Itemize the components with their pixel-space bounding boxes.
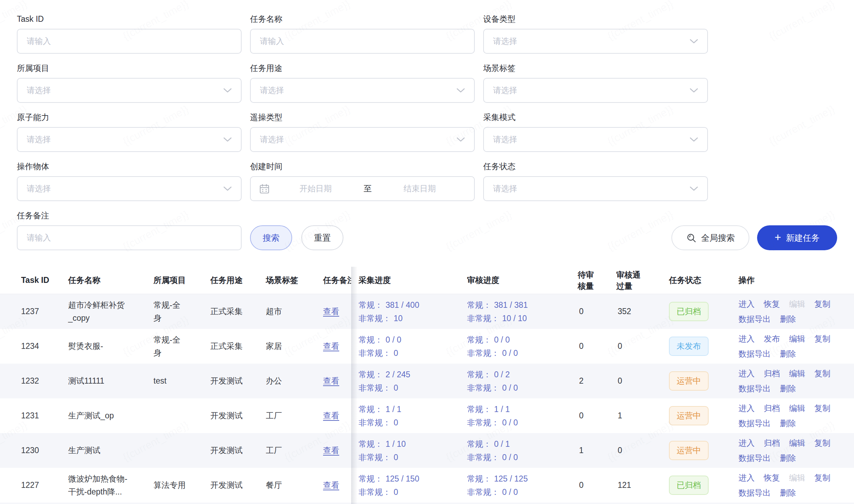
filter-input[interactable] <box>17 29 242 54</box>
cell-actions: 进入恢复编辑复制数据导出删除 <box>738 471 854 499</box>
view-note-link[interactable]: 查看 <box>323 307 339 316</box>
action-link[interactable]: 复制 <box>814 437 830 450</box>
cell-approved-count: 0 <box>616 374 669 387</box>
filter-select[interactable]: 请选择 <box>17 78 242 103</box>
chevron-down-icon <box>690 186 698 191</box>
cell-task-name: 测试11111 <box>68 374 153 387</box>
action-link[interactable]: 编辑 <box>789 437 805 450</box>
action-link[interactable]: 复制 <box>814 332 830 345</box>
cell-actions: 进入恢复编辑复制数据导出删除 <box>738 298 854 326</box>
col-header-task-id: Task ID <box>21 276 68 285</box>
table-header-right: 采集进度 审核进度 待审核量 审核通过量 任务状态 操作 <box>351 267 854 294</box>
cell-approved-count: 0 <box>616 340 669 353</box>
action-link[interactable]: 数据导出 <box>738 313 771 326</box>
filter-select[interactable]: 请选择 <box>483 176 708 201</box>
cell-task-id: 1227 <box>21 479 68 492</box>
filter-select[interactable]: 请选择 <box>17 127 242 152</box>
filter-form: Task ID 任务名称 设备类型 请选择 所属项目 请选择 任务用途 请选择 <box>17 13 708 250</box>
action-link[interactable]: 数据导出 <box>738 417 771 430</box>
search-button[interactable]: 搜索 <box>250 225 292 250</box>
action-link[interactable]: 编辑 <box>789 367 805 380</box>
filter-select[interactable]: 请选择 <box>483 78 708 103</box>
reset-button[interactable]: 重置 <box>301 225 343 250</box>
action-link[interactable]: 进入 <box>738 367 755 380</box>
new-task-label: 新建任务 <box>786 232 820 244</box>
action-link[interactable]: 复制 <box>814 402 830 415</box>
filter-select[interactable]: 请选择 <box>250 78 475 103</box>
filter-label: 操作物体 <box>17 161 242 172</box>
action-link[interactable]: 进入 <box>738 332 755 345</box>
filter-field: 场景标签 请选择 <box>483 62 708 103</box>
filter-select[interactable]: 请选择 <box>17 176 242 201</box>
table-row: 常规：1 / 1 非常规：0 常规：1 / 1 非常规：0 / 0 0 1 运营… <box>351 398 854 433</box>
filter-input[interactable] <box>17 225 242 250</box>
action-link[interactable]: 进入 <box>738 437 755 450</box>
action-link[interactable]: 编辑 <box>789 402 805 415</box>
action-link[interactable]: 复制 <box>814 298 830 311</box>
view-note-link[interactable]: 查看 <box>323 480 339 490</box>
cell-approved-count: 121 <box>616 479 669 492</box>
action-link[interactable]: 删除 <box>780 417 796 430</box>
action-link[interactable]: 进入 <box>738 471 755 484</box>
calendar-icon <box>259 184 270 194</box>
filter-field: 任务状态 请选择 <box>483 161 708 201</box>
status-badge: 运营中 <box>669 406 709 425</box>
view-note-link[interactable]: 查看 <box>323 376 339 385</box>
filter-field: 采集模式 请选择 <box>483 112 708 152</box>
action-link[interactable]: 恢复 <box>764 298 780 311</box>
select-placeholder: 请选择 <box>260 85 284 96</box>
start-date-placeholder[interactable]: 开始日期 <box>270 183 362 194</box>
filter-select[interactable]: 请选择 <box>250 127 475 152</box>
action-link[interactable]: 删除 <box>780 452 796 465</box>
action-link[interactable]: 归档 <box>764 367 780 380</box>
cell-review-progress: 常规：381 / 381 非常规：10 / 10 <box>467 298 578 325</box>
cell-pending-count: 2 <box>578 374 616 387</box>
action-link[interactable]: 数据导出 <box>738 382 771 395</box>
filter-select[interactable]: 请选择 <box>483 29 708 54</box>
filter-field: 任务用途 请选择 <box>250 62 475 103</box>
filter-field: 创建时间 开始日期 至 结束日期 <box>250 161 475 201</box>
action-link[interactable]: 复制 <box>814 471 830 484</box>
filter-label: 所属项目 <box>17 62 242 74</box>
filter-field: 任务名称 <box>250 13 475 54</box>
date-range-picker[interactable]: 开始日期 至 结束日期 <box>250 176 475 201</box>
table-row: 1232 测试11111 test 开发测试 办公 查看 <box>0 364 351 398</box>
cell-review-progress: 常规：1 / 1 非常规：0 / 0 <box>467 403 578 429</box>
chevron-down-icon <box>690 88 698 93</box>
action-link[interactable]: 数据导出 <box>738 452 771 465</box>
action-link[interactable]: 归档 <box>764 402 780 415</box>
action-link[interactable]: 删除 <box>780 313 796 326</box>
view-note-link[interactable]: 查看 <box>323 411 339 420</box>
action-link[interactable]: 删除 <box>780 486 796 499</box>
status-badge: 已归档 <box>669 302 709 321</box>
action-link: 编辑 <box>789 471 805 484</box>
end-date-placeholder[interactable]: 结束日期 <box>374 183 466 194</box>
action-link[interactable]: 删除 <box>780 382 796 395</box>
status-badge: 未发布 <box>669 337 709 356</box>
cell-purpose: 正式采集 <box>210 340 266 353</box>
action-link[interactable]: 编辑 <box>789 332 805 345</box>
action-link[interactable]: 进入 <box>738 298 755 311</box>
cell-task-name: 生产测试 <box>68 444 153 457</box>
action-link[interactable]: 复制 <box>814 367 830 380</box>
table-row: 1231 生产测试_op 开发测试 工厂 查看 <box>0 398 351 433</box>
action-link[interactable]: 删除 <box>780 347 796 360</box>
action-link[interactable]: 数据导出 <box>738 486 771 499</box>
table-row <box>0 503 351 504</box>
chevron-down-icon <box>690 137 698 142</box>
action-link[interactable]: 发布 <box>764 332 780 345</box>
action-link[interactable]: 恢复 <box>764 471 780 484</box>
filter-input[interactable] <box>250 29 475 54</box>
action-link[interactable]: 归档 <box>764 437 780 450</box>
watermark-text: {{current_time}} <box>767 0 837 42</box>
view-note-link[interactable]: 查看 <box>323 341 339 351</box>
filter-select[interactable]: 请选择 <box>483 127 708 152</box>
action-link[interactable]: 进入 <box>738 402 755 415</box>
filter-field: Task ID <box>17 13 242 54</box>
cell-collect-progress: 常规：1 / 10 非常规：0 <box>359 437 467 464</box>
new-task-button[interactable]: + 新建任务 <box>757 225 837 250</box>
global-search-button[interactable]: 全局搜索 <box>671 225 749 250</box>
view-note-link[interactable]: 查看 <box>323 446 339 455</box>
action-link[interactable]: 数据导出 <box>738 347 771 360</box>
table-body-right: 常规：381 / 400 非常规：10 常规：381 / 381 非常规：10 … <box>351 294 854 504</box>
